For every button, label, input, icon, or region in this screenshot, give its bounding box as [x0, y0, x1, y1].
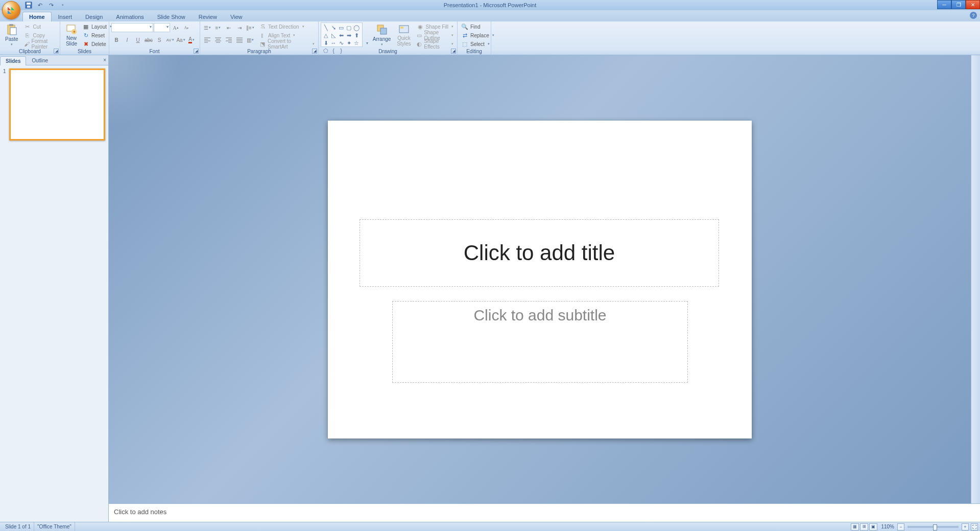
- shape-uarrow-icon: ⬆: [353, 32, 360, 39]
- tab-slide-show[interactable]: Slide Show: [151, 12, 192, 21]
- shape-lrarrow-icon: ↔: [330, 39, 337, 47]
- status-theme[interactable]: "Office Theme": [34, 522, 75, 531]
- underline-button[interactable]: U: [133, 35, 143, 45]
- drawing-dialog-launcher[interactable]: ◢: [451, 49, 456, 54]
- main-pane: Click to add title Click to add subtitle…: [109, 55, 980, 522]
- shadow-button[interactable]: S: [154, 35, 164, 45]
- numbering-button[interactable]: ≡: [213, 22, 223, 33]
- text-direction-icon: ⥹: [259, 23, 266, 30]
- strikethrough-button[interactable]: abc: [144, 35, 154, 45]
- font-name-combo[interactable]: [111, 23, 153, 32]
- align-text-icon: ⫿: [259, 32, 266, 39]
- shape-fill-icon: ◉: [417, 23, 424, 30]
- subtitle-placeholder[interactable]: Click to add subtitle: [392, 301, 688, 383]
- window-title: Presentation1 - Microsoft PowerPoint: [444, 2, 537, 8]
- align-left-button[interactable]: [202, 35, 212, 45]
- layout-icon: ▦: [82, 23, 89, 30]
- reset-button[interactable]: ↻Reset: [81, 31, 113, 39]
- italic-button[interactable]: I: [122, 35, 132, 45]
- layout-button[interactable]: ▦Layout▾: [81, 22, 113, 31]
- font-color-button[interactable]: A: [186, 35, 197, 45]
- shrink-font-button[interactable]: A▾: [181, 22, 192, 33]
- shapes-gallery[interactable]: ╲ ➘ ▭ ▢ ◯ △ ◺ ⬅ ➡ ⬆ ⬇ ↔ ∿ ✦ ☆ ⬠ { }: [321, 22, 363, 47]
- line-spacing-button[interactable]: ‖≡: [245, 22, 255, 33]
- bold-button[interactable]: B: [111, 35, 122, 45]
- font-dialog-launcher[interactable]: ◢: [194, 49, 199, 54]
- subtitle-placeholder-text: Click to add subtitle: [473, 307, 606, 324]
- new-slide-button[interactable]: ✦ New Slide: [62, 22, 81, 48]
- slide-canvas-area[interactable]: Click to add title Click to add subtitle: [109, 55, 971, 503]
- fit-to-window-button[interactable]: ⛶: [971, 523, 978, 530]
- group-paragraph: ☰ ≡ ⇤ ⇥ ‖≡ ▥: [200, 21, 319, 55]
- office-button[interactable]: [2, 1, 20, 19]
- delete-button[interactable]: ✖Delete: [81, 40, 113, 48]
- redo-icon[interactable]: ↷: [47, 1, 55, 9]
- tab-view[interactable]: View: [224, 12, 249, 21]
- slide-thumbnail[interactable]: 1: [3, 68, 105, 141]
- bullets-button[interactable]: ☰: [202, 22, 212, 33]
- normal-view-button[interactable]: ▦: [851, 523, 859, 530]
- notes-placeholder: Click to add notes: [114, 508, 166, 516]
- shape-roundrect-icon: ▢: [345, 24, 352, 31]
- help-icon[interactable]: ?: [970, 12, 977, 19]
- text-direction-button[interactable]: ⥹Text Direction▾: [257, 22, 316, 31]
- maximize-button[interactable]: ❐: [951, 0, 966, 9]
- arrange-button[interactable]: Arrange ▾: [370, 22, 394, 48]
- increase-indent-button[interactable]: ⇥: [234, 22, 245, 33]
- vertical-scrollbar[interactable]: [971, 55, 980, 503]
- zoom-out-button[interactable]: −: [897, 523, 904, 530]
- thumbnail-preview: [9, 68, 105, 141]
- title-placeholder[interactable]: Click to add title: [360, 219, 719, 287]
- zoom-in-button[interactable]: +: [962, 523, 969, 530]
- ribbon-tabs: Home Insert Design Animations Slide Show…: [0, 10, 980, 21]
- tab-design[interactable]: Design: [79, 12, 109, 21]
- undo-icon[interactable]: ↶: [36, 1, 44, 9]
- find-button[interactable]: 🔍Find: [460, 22, 496, 31]
- pane-close-icon[interactable]: ×: [103, 57, 106, 63]
- quick-styles-icon: [398, 24, 410, 35]
- tab-review[interactable]: Review: [192, 12, 224, 21]
- paste-dropdown-icon: ▾: [11, 42, 13, 47]
- status-slide-info[interactable]: Slide 1 of 1: [2, 522, 34, 531]
- qat-customize-icon[interactable]: [58, 1, 66, 9]
- close-button[interactable]: ✕: [966, 0, 980, 9]
- shape-effects-button[interactable]: ◐Shape Effects▾: [415, 40, 455, 48]
- justify-button[interactable]: [234, 35, 245, 45]
- minimize-button[interactable]: ─: [937, 0, 951, 9]
- zoom-level[interactable]: 110%: [878, 522, 897, 531]
- quick-styles-button[interactable]: Quick Styles: [394, 22, 414, 48]
- cut-button[interactable]: ✂Cut: [22, 22, 58, 31]
- char-spacing-button[interactable]: AV: [165, 35, 175, 45]
- convert-smartart-button[interactable]: ⬔Convert to SmartArt▾: [257, 40, 316, 48]
- slideshow-view-button[interactable]: ▣: [869, 523, 877, 530]
- grow-font-button[interactable]: A▴: [171, 22, 181, 33]
- pane-tab-slides[interactable]: Slides: [0, 56, 26, 65]
- columns-button[interactable]: ▥: [245, 35, 255, 45]
- decrease-indent-button[interactable]: ⇤: [224, 22, 234, 33]
- replace-button[interactable]: ⇄Replace▾: [460, 31, 496, 39]
- tab-home[interactable]: Home: [22, 12, 52, 21]
- notes-pane[interactable]: Click to add notes: [109, 503, 980, 522]
- sorter-view-button[interactable]: ⊞: [860, 523, 868, 530]
- cut-icon: ✂: [24, 23, 31, 30]
- font-size-combo[interactable]: [154, 23, 170, 32]
- paste-button[interactable]: Paste ▾: [2, 22, 21, 48]
- select-button[interactable]: ⬚Select▾: [460, 40, 496, 48]
- format-painter-button[interactable]: 🖌Format Painter: [22, 40, 58, 48]
- paragraph-dialog-launcher[interactable]: ◢: [312, 49, 317, 54]
- pane-tab-outline[interactable]: Outline: [26, 56, 54, 65]
- align-center-button[interactable]: [213, 35, 223, 45]
- slides-pane: Slides Outline × 1: [0, 55, 109, 522]
- align-right-button[interactable]: [224, 35, 234, 45]
- tab-insert[interactable]: Insert: [52, 12, 79, 21]
- shape-star5-icon: ☆: [353, 39, 360, 47]
- change-case-button[interactable]: Aa: [176, 35, 186, 45]
- save-icon[interactable]: [25, 1, 33, 9]
- shape-curve-icon: ∿: [338, 39, 345, 47]
- shape-rtriangle-icon: ◺: [330, 32, 337, 39]
- shape-larrow-icon: ⬅: [338, 32, 345, 39]
- paste-icon: [6, 24, 18, 36]
- clipboard-dialog-launcher[interactable]: ◢: [54, 49, 59, 54]
- zoom-slider[interactable]: [907, 526, 959, 528]
- tab-animations[interactable]: Animations: [109, 12, 150, 21]
